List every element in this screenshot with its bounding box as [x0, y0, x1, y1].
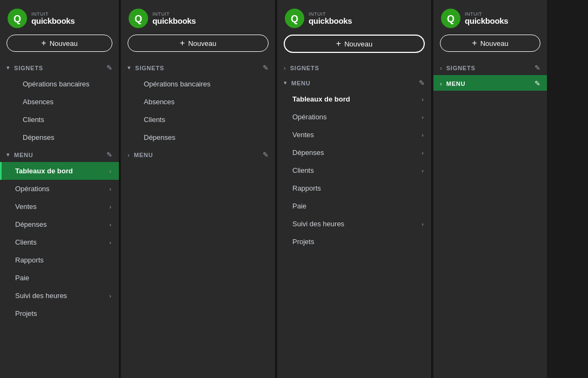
signets-edit-4[interactable]: ✎	[534, 64, 540, 72]
chevron-operations-1: ›	[109, 186, 111, 192]
chevron-depenses-1: ›	[109, 221, 111, 228]
menu-chevron-1: ▾	[6, 151, 10, 158]
chevron-suivi-3: ›	[422, 221, 424, 227]
signets-chevron-3: ›	[284, 65, 286, 71]
signets-header-4[interactable]: › SIGNETS ✎	[433, 59, 547, 75]
signets-edit-2[interactable]: ✎	[263, 64, 269, 72]
plus-icon-1: +	[41, 39, 46, 48]
signet-item-bancaires-1[interactable]: Opérations bancaires	[0, 75, 119, 93]
signets-title-4: SIGNETS	[446, 65, 530, 71]
plus-icon-3: +	[336, 39, 341, 48]
qb-logo-2: Q	[129, 9, 148, 28]
signets-edit-1[interactable]: ✎	[106, 64, 112, 72]
new-button-label-3: Nouveau	[344, 40, 372, 48]
signet-item-absences-2[interactable]: Absences	[121, 93, 275, 111]
signets-title-2: SIGNETS	[135, 65, 258, 71]
signets-chevron-4: ›	[440, 65, 442, 71]
menu-item-ventes-3[interactable]: Ventes ›	[277, 126, 431, 144]
signet-item-bancaires-2[interactable]: Opérations bancaires	[121, 75, 275, 93]
menu-item-clients-3[interactable]: Clients ›	[277, 161, 431, 179]
new-button-4[interactable]: + Nouveau	[440, 35, 540, 52]
menu-header-2[interactable]: › MENU ✎	[121, 146, 275, 162]
new-btn-container-3: + Nouveau	[277, 35, 431, 60]
panel-4-header: Q INTUIT quickbooks	[433, 0, 547, 35]
svg-text:Q: Q	[14, 14, 21, 24]
menu-item-rapports-3[interactable]: Rapports	[277, 179, 431, 197]
menu-item-operations-3[interactable]: Opérations ›	[277, 108, 431, 126]
svg-text:Q: Q	[447, 14, 455, 24]
menu-item-paie-3[interactable]: Paie	[277, 197, 431, 215]
menu-item-operations-1[interactable]: Opérations ›	[0, 180, 119, 198]
menu-title-1: MENU	[14, 152, 102, 158]
panel-3: Q INTUIT quickbooks + Nouveau › SIGNETS …	[277, 0, 431, 378]
new-button-label-2: Nouveau	[188, 39, 216, 48]
chevron-tableaux-3: ›	[422, 96, 424, 103]
panel-1: Q INTUIT quickbooks + Nouveau ▾ SIGNETS …	[0, 0, 119, 378]
signets-chevron-2: ▾	[128, 64, 131, 71]
qb-logo-3: Q	[285, 9, 304, 28]
signet-item-depenses-1[interactable]: Dépenses	[0, 129, 119, 146]
quickbooks-label-2: quickbooks	[152, 17, 196, 25]
signet-item-clients-2[interactable]: Clients	[121, 111, 275, 129]
menu-item-depenses-3[interactable]: Dépenses ›	[277, 144, 431, 161]
menu-item-tableaux-1[interactable]: Tableaux de bord ›	[0, 162, 119, 180]
menu-edit-4[interactable]: ✎	[534, 79, 540, 87]
signets-title-1: SIGNETS	[14, 65, 102, 71]
signet-item-absences-1[interactable]: Absences	[0, 93, 119, 111]
svg-text:Q: Q	[291, 14, 298, 24]
menu-edit-2[interactable]: ✎	[263, 151, 269, 159]
menu-item-suivi-1[interactable]: Suivi des heures ›	[0, 287, 119, 305]
new-button-label-1: Nouveau	[50, 39, 78, 48]
menu-header-1[interactable]: ▾ MENU ✎	[0, 146, 119, 162]
signets-title-3: SIGNETS	[290, 65, 425, 71]
menu-item-ventes-1[interactable]: Ventes ›	[0, 198, 119, 215]
new-button-label-4: Nouveau	[480, 39, 509, 48]
panel-4: Q INTUIT quickbooks + Nouveau › SIGNETS …	[433, 0, 547, 378]
new-button-3[interactable]: + Nouveau	[284, 35, 425, 53]
qb-wordmark-4: INTUIT quickbooks	[465, 12, 508, 25]
menu-item-rapports-1[interactable]: Rapports	[0, 251, 119, 269]
new-btn-container-4: + Nouveau	[433, 35, 547, 59]
menu-item-tableaux-3[interactable]: Tableaux de bord ›	[277, 90, 431, 108]
chevron-clients-1: ›	[109, 239, 111, 246]
new-button-2[interactable]: + Nouveau	[128, 35, 269, 52]
menu-item-depenses-1[interactable]: Dépenses ›	[0, 215, 119, 233]
menu-chevron-4: ›	[440, 80, 442, 87]
qb-wordmark-3: INTUIT quickbooks	[309, 12, 352, 25]
menu-header-3[interactable]: ▾ MENU ✎	[277, 75, 431, 90]
plus-icon-4: +	[472, 39, 477, 48]
signet-item-depenses-2[interactable]: Dépenses	[121, 129, 275, 146]
qb-logo-4: Q	[441, 9, 460, 28]
chevron-ventes-3: ›	[422, 132, 424, 138]
divider-3	[431, 0, 432, 378]
panel-1-header: Q INTUIT quickbooks	[0, 0, 119, 35]
menu-title-3: MENU	[291, 80, 415, 86]
menu-item-projets-3[interactable]: Projets	[277, 233, 431, 251]
menu-item-projets-1[interactable]: Projets	[0, 305, 119, 322]
menu-item-paie-1[interactable]: Paie	[0, 269, 119, 287]
chevron-operations-3: ›	[422, 114, 424, 120]
panel-2-header: Q INTUIT quickbooks	[121, 0, 275, 35]
quickbooks-label-3: quickbooks	[309, 17, 352, 25]
menu-item-suivi-3[interactable]: Suivi des heures ›	[277, 215, 431, 233]
svg-text:Q: Q	[135, 14, 142, 24]
menu-header-4[interactable]: › MENU ✎	[433, 75, 547, 91]
menu-edit-1[interactable]: ✎	[106, 151, 112, 159]
chevron-depenses-3: ›	[422, 150, 424, 156]
chevron-clients-3: ›	[422, 167, 424, 174]
quickbooks-label-4: quickbooks	[465, 17, 508, 25]
signets-header-1[interactable]: ▾ SIGNETS ✎	[0, 59, 119, 75]
menu-title-2: MENU	[134, 152, 258, 158]
menu-edit-3[interactable]: ✎	[419, 79, 425, 87]
signets-header-3[interactable]: › SIGNETS	[277, 60, 431, 75]
signets-chevron-1: ▾	[6, 64, 10, 71]
menu-chevron-3: ▾	[284, 79, 287, 86]
divider-2	[275, 0, 276, 378]
qb-wordmark-2: INTUIT quickbooks	[152, 12, 196, 25]
signet-item-clients-1[interactable]: Clients	[0, 111, 119, 129]
quickbooks-label-1: quickbooks	[31, 17, 75, 25]
menu-item-clients-1[interactable]: Clients ›	[0, 233, 119, 251]
signets-header-2[interactable]: ▾ SIGNETS ✎	[121, 59, 275, 75]
new-button-1[interactable]: + Nouveau	[6, 35, 112, 52]
panel-2: Q INTUIT quickbooks + Nouveau ▾ SIGNETS …	[121, 0, 275, 378]
